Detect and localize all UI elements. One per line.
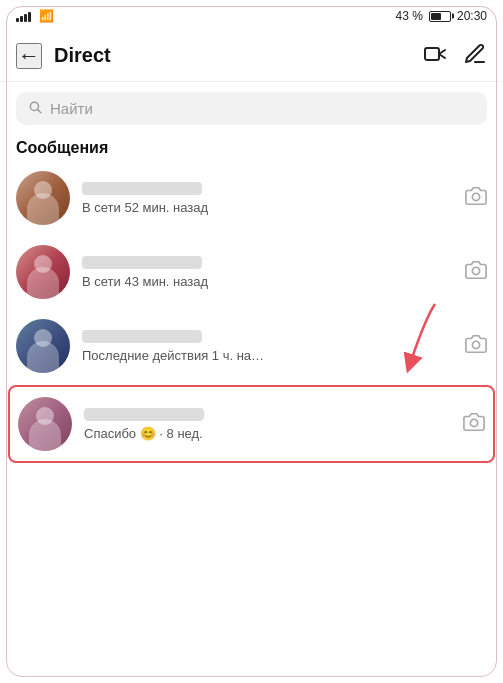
- battery-body: [429, 11, 451, 22]
- search-container: Найти: [0, 82, 503, 133]
- message-preview-2: В сети 43 мин. назад: [82, 274, 453, 289]
- status-left: 📶: [16, 9, 54, 23]
- message-preview-4: Спасибо 😊 · 8 нед.: [84, 426, 451, 441]
- message-item-4[interactable]: Спасибо 😊 · 8 нед.: [8, 385, 495, 463]
- avatar-silhouette-1: [16, 171, 70, 225]
- wifi-icon: 📶: [39, 9, 54, 23]
- message-name-3: [82, 330, 202, 343]
- back-button[interactable]: ←: [16, 43, 42, 69]
- compose-icon[interactable]: [463, 42, 487, 70]
- avatar-silhouette-2: [16, 245, 70, 299]
- header-actions: [423, 42, 487, 70]
- svg-point-6: [470, 419, 477, 426]
- message-item-2[interactable]: В сети 43 мин. назад: [8, 235, 495, 309]
- search-placeholder-text: Найти: [50, 100, 93, 117]
- message-preview-3: Последние действия 1 ч. на…: [82, 348, 453, 363]
- message-content-4: Спасибо 😊 · 8 нед.: [84, 408, 451, 441]
- avatar-1: [16, 171, 70, 225]
- message-name-4: [84, 408, 204, 421]
- signal-bar-4: [28, 12, 31, 22]
- svg-line-2: [38, 110, 41, 113]
- svg-rect-0: [425, 48, 439, 60]
- video-camera-icon[interactable]: [423, 42, 447, 70]
- signal-bars: [16, 10, 31, 22]
- page-title: Direct: [54, 44, 423, 67]
- message-item-3[interactable]: Последние действия 1 ч. на…: [8, 309, 495, 383]
- avatar-3: [16, 319, 70, 373]
- status-right: 43 % 20:30: [396, 9, 487, 23]
- battery-percent: 43 %: [396, 9, 423, 23]
- battery-fill: [431, 13, 441, 20]
- message-preview-1: В сети 52 мин. назад: [82, 200, 453, 215]
- camera-button-4[interactable]: [463, 411, 485, 438]
- status-bar: 📶 43 % 20:30: [0, 0, 503, 30]
- signal-bar-2: [20, 16, 23, 22]
- svg-point-5: [472, 341, 479, 348]
- clock: 20:30: [457, 9, 487, 23]
- search-icon: [28, 100, 42, 117]
- svg-point-3: [472, 193, 479, 200]
- message-item-1[interactable]: В сети 52 мин. назад: [8, 161, 495, 235]
- message-list: В сети 52 мин. назад В сети 43 мин. наза…: [0, 161, 503, 463]
- battery-indicator: [429, 11, 451, 22]
- signal-bar-1: [16, 18, 19, 22]
- search-bar[interactable]: Найти: [16, 92, 487, 125]
- svg-point-4: [472, 267, 479, 274]
- message-name-1: [82, 182, 202, 195]
- messages-section-title: Сообщения: [0, 133, 503, 161]
- message-name-2: [82, 256, 202, 269]
- avatar-2: [16, 245, 70, 299]
- header: ← Direct: [0, 30, 503, 82]
- avatar-silhouette-4: [18, 397, 72, 451]
- signal-bar-3: [24, 14, 27, 22]
- avatar-4: [18, 397, 72, 451]
- camera-button-3[interactable]: [465, 333, 487, 360]
- camera-button-1[interactable]: [465, 185, 487, 212]
- message-content-1: В сети 52 мин. назад: [82, 182, 453, 215]
- message-content-3: Последние действия 1 ч. на…: [82, 330, 453, 363]
- camera-button-2[interactable]: [465, 259, 487, 286]
- message-content-2: В сети 43 мин. назад: [82, 256, 453, 289]
- avatar-silhouette-3: [16, 319, 70, 373]
